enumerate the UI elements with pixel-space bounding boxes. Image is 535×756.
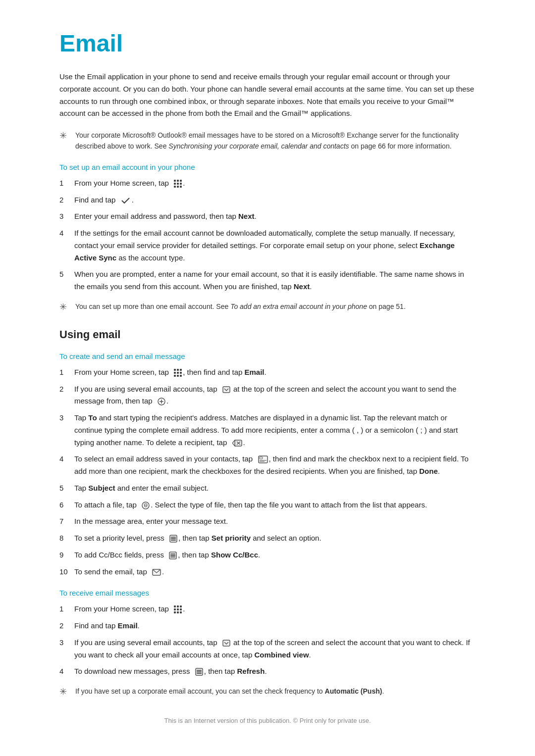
tip-text-3: If you have set up a corporate email acc…	[75, 686, 384, 697]
svg-rect-26	[197, 673, 202, 674]
tip-block-1: ✳ Your corporate Microsoft® Outlook® ema…	[59, 130, 476, 152]
setup-step-3: 3 Enter your email address and password,…	[59, 210, 476, 223]
svg-point-12	[142, 502, 149, 509]
create-send-steps-list: 1 From your Home screen, tap , then find…	[59, 366, 476, 578]
create-step-10: 10 To send the email, tap .	[59, 566, 476, 578]
create-step-2: 2 If you are using several email account…	[59, 383, 476, 408]
setup-section-heading: To set up an email account in your phone	[59, 163, 476, 171]
menu-icon-3	[195, 668, 203, 676]
send-icon-1	[152, 569, 161, 576]
apps-grid-icon-1	[174, 180, 182, 188]
checkmark-icon-1	[121, 197, 131, 204]
apps-grid-icon-3	[174, 605, 182, 613]
backspace-icon-1	[232, 439, 242, 447]
svg-rect-22	[223, 640, 230, 646]
receive-step-4: 4 To download new messages, press , then…	[59, 665, 476, 678]
svg-rect-19	[170, 555, 175, 556]
svg-rect-24	[197, 670, 202, 671]
svg-rect-18	[170, 554, 175, 554]
create-step-7: 7 In the message area, enter your messag…	[59, 515, 476, 528]
svg-rect-0	[223, 387, 230, 393]
attach-icon-1	[142, 502, 150, 509]
dropdown-icon-1	[222, 386, 230, 393]
apps-grid-icon-2	[174, 369, 182, 377]
tip-block-2: ✳ You can set up more than one email acc…	[59, 301, 476, 312]
svg-rect-16	[171, 540, 176, 541]
receive-steps-list: 1 From your Home screen, tap . 2 Find an…	[59, 603, 476, 678]
intro-paragraph: Use the Email application in your phone …	[59, 71, 476, 120]
setup-steps-list: 1 From your Home screen, tap . 2 Find an…	[59, 177, 476, 293]
contacts-icon-1	[258, 455, 268, 463]
tip-icon-2: ✳	[59, 302, 70, 312]
menu-icon-1	[169, 535, 177, 543]
tip-text-1: Your corporate Microsoft® Outlook® email…	[75, 130, 476, 152]
create-step-6: 6 To attach a file, tap . Select the typ…	[59, 499, 476, 511]
create-send-heading: To create and send an email message	[59, 352, 476, 360]
create-step-3: 3 Tap To and start typing the recipient'…	[59, 412, 476, 449]
tip-block-3: ✳ If you have set up a corporate email a…	[59, 686, 476, 697]
create-step-8: 8 To set a priority level, press , then …	[59, 532, 476, 545]
create-step-5: 5 Tap Subject and enter the email subjec…	[59, 482, 476, 495]
create-step-1: 1 From your Home screen, tap , then find…	[59, 366, 476, 379]
svg-rect-15	[171, 538, 176, 539]
receive-step-2: 2 Find and tap Email.	[59, 620, 476, 632]
page-container: Email Use the Email application in your …	[0, 0, 535, 756]
footer: This is an Internet version of this publ…	[59, 717, 476, 724]
menu-icon-2	[169, 552, 177, 559]
receive-step-1: 1 From your Home screen, tap .	[59, 603, 476, 615]
compose-icon-1	[158, 398, 165, 405]
setup-step-5: 5 When you are prompted, enter a name fo…	[59, 268, 476, 293]
tip-text-2: You can set up more than one email accou…	[75, 301, 406, 312]
tip-icon-1: ✳	[59, 130, 70, 141]
tip-icon-3: ✳	[59, 686, 70, 697]
receive-section-heading: To receive email messages	[59, 589, 476, 597]
page-title: Email	[59, 30, 476, 57]
receive-step-3: 3 If you are using several email account…	[59, 637, 476, 661]
svg-rect-25	[197, 671, 202, 672]
setup-step-1: 1 From your Home screen, tap .	[59, 177, 476, 190]
dropdown-icon-2	[222, 640, 230, 647]
footer-text: This is an Internet version of this publ…	[164, 717, 371, 724]
create-step-4: 4 To select an email address saved in yo…	[59, 453, 476, 478]
setup-step-2: 2 Find and tap .	[59, 194, 476, 206]
setup-step-4: 4 If the settings for the email account …	[59, 227, 476, 264]
create-step-9: 9 To add Cc/Bcc fields, press , then tap…	[59, 549, 476, 561]
svg-rect-20	[170, 556, 175, 557]
using-email-heading: Using email	[59, 328, 476, 341]
svg-rect-14	[171, 537, 176, 538]
svg-marker-5	[232, 440, 235, 446]
